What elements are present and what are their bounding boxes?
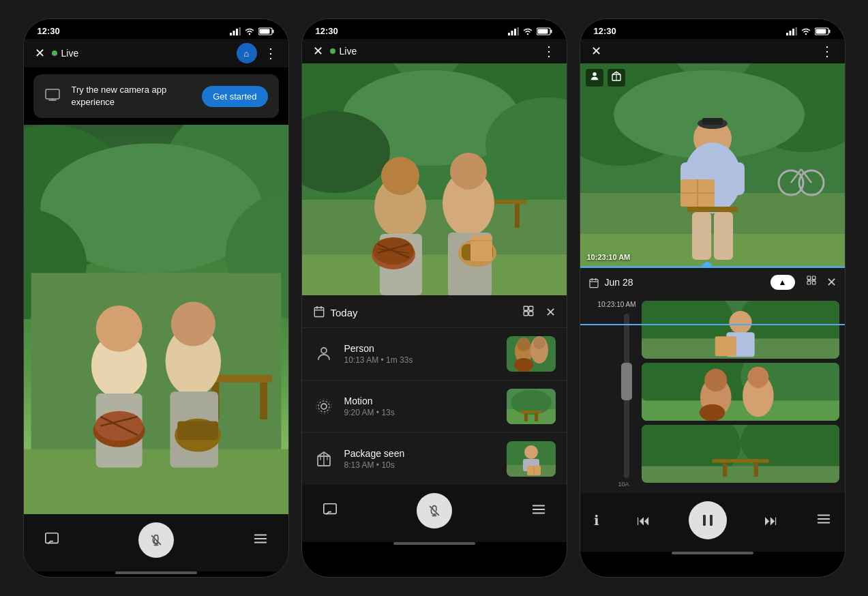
svg-point-99: [524, 445, 538, 459]
svg-point-82: [533, 337, 545, 349]
svg-point-4: [248, 33, 250, 34]
svg-rect-156: [715, 336, 736, 356]
menu-button-2[interactable]: [531, 502, 546, 520]
svg-rect-121: [580, 234, 845, 268]
event-item-package[interactable]: Package seen 8:13 AM • 10s: [302, 432, 567, 485]
svg-rect-108: [786, 33, 788, 35]
camera-app-icon: [44, 87, 63, 106]
svg-rect-76: [528, 312, 533, 316]
garden-svg-1: [24, 125, 288, 514]
event-person-time: 10:13 AM • 1m 33s: [344, 355, 497, 365]
info-button[interactable]: ℹ: [594, 512, 599, 528]
live-indicator-1: Live: [52, 48, 79, 59]
video-scrubber-handle[interactable]: [702, 262, 712, 268]
event-item-motion[interactable]: Motion 9:20 AM • 13s: [302, 380, 567, 432]
svg-point-83: [514, 358, 533, 372]
live-dot-2: [330, 48, 335, 54]
time-2: 12:30: [316, 26, 338, 36]
svg-rect-109: [789, 31, 791, 35]
filter-chip[interactable]: ▲: [770, 275, 795, 290]
chat-button-2[interactable]: [323, 502, 338, 520]
svg-rect-30: [177, 421, 218, 440]
svg-point-77: [321, 348, 327, 353]
close-button-3[interactable]: ✕: [591, 44, 601, 59]
svg-rect-141: [590, 280, 598, 288]
svg-rect-160: [642, 400, 839, 421]
timeline-thumb-2[interactable]: [642, 363, 839, 421]
svg-rect-134: [714, 212, 733, 260]
mic-button-2[interactable]: [417, 493, 452, 528]
timeline-thumb-1[interactable]: [642, 301, 839, 359]
timeline-thumb-3[interactable]: [642, 425, 839, 483]
svg-point-56: [381, 157, 419, 195]
svg-rect-174: [710, 515, 713, 526]
next-button[interactable]: ⏭: [764, 513, 778, 528]
phone-2: 12:30: [301, 18, 567, 578]
svg-rect-111: [795, 27, 797, 35]
event-motion-thumb: [507, 389, 556, 424]
svg-rect-170: [712, 459, 768, 462]
layout-button[interactable]: [522, 305, 535, 321]
mic-button-1[interactable]: [138, 522, 174, 558]
live-label-1: Live: [61, 48, 79, 59]
video-scrubber-bar: [580, 266, 845, 268]
close-panel-button[interactable]: ✕: [545, 305, 556, 321]
timeline-scrubber: 10:23:10 AM 10A: [580, 295, 642, 493]
filter-chip-icon: ▲: [779, 278, 787, 287]
more-button-3[interactable]: ⋮: [820, 43, 834, 59]
close-button-1[interactable]: ✕: [35, 46, 45, 61]
scrubber-thumb[interactable]: [621, 363, 632, 400]
pause-button[interactable]: [689, 501, 727, 539]
svg-rect-74: [528, 306, 533, 310]
svg-rect-18: [260, 383, 267, 419]
timeline-thumbs: [642, 295, 845, 493]
events-header: Today ✕: [302, 295, 567, 327]
top-bar-2: ✕ Live ⋮: [302, 39, 567, 63]
event-motion-info: Motion 9:20 AM • 13s: [344, 396, 497, 417]
package-icon: [313, 448, 335, 470]
event-package-name: Package seen: [344, 448, 497, 459]
svg-point-20: [95, 306, 142, 352]
event-person-info: Person 10:13 AM • 1m 33s: [344, 343, 497, 365]
svg-rect-173: [703, 515, 706, 526]
svg-rect-8: [46, 89, 59, 99]
svg-rect-92: [535, 413, 538, 421]
more-button-1[interactable]: ⋮: [264, 45, 278, 61]
menu-button-3[interactable]: [816, 511, 831, 530]
chat-button-1[interactable]: [44, 531, 59, 550]
video-time-label: 10:23:10 AM: [587, 253, 631, 261]
camera-feed-1: [24, 125, 288, 514]
more-button-2[interactable]: ⋮: [542, 43, 556, 59]
menu-button-1[interactable]: [253, 531, 268, 550]
home-button-1[interactable]: ⌂: [237, 43, 257, 63]
notification-text: Try the new camera app experience: [72, 84, 194, 108]
svg-point-84: [321, 404, 327, 409]
garden-svg-2: [302, 63, 567, 295]
timeline-content: 10:23:10 AM 10A: [580, 295, 845, 493]
svg-rect-54: [515, 204, 520, 228]
svg-rect-36: [508, 33, 510, 35]
svg-point-154: [729, 311, 751, 333]
get-started-button[interactable]: Get started: [202, 86, 267, 107]
layout-button-3[interactable]: [806, 275, 817, 290]
close-button-2[interactable]: ✕: [313, 44, 323, 59]
svg-rect-133: [692, 212, 711, 260]
wifi-icon: [244, 27, 255, 35]
event-person-thumb: [507, 336, 556, 372]
svg-rect-42: [550, 29, 552, 33]
bottom-bar-3: ℹ ⏮ ⏭: [580, 493, 845, 552]
battery-icon: [258, 27, 275, 35]
close-timeline-button[interactable]: ✕: [826, 275, 837, 290]
timeline-date: Jun 28: [605, 277, 765, 288]
status-bar-1: 12:30: [24, 19, 288, 39]
event-package-info: Package seen 8:13 AM • 10s: [344, 448, 497, 470]
event-item-person[interactable]: Person 10:13 AM • 1m 33s: [302, 327, 567, 380]
bottom-bar-1: [24, 514, 288, 571]
motion-icon: [313, 396, 335, 417]
svg-rect-115: [815, 29, 826, 33]
home-indicator-2: [393, 542, 475, 545]
signal-icon-2: [508, 27, 519, 35]
scrubber-track[interactable]: [586, 314, 636, 478]
timeline-calendar-icon: [588, 276, 599, 288]
prev-button[interactable]: ⏮: [637, 513, 650, 528]
